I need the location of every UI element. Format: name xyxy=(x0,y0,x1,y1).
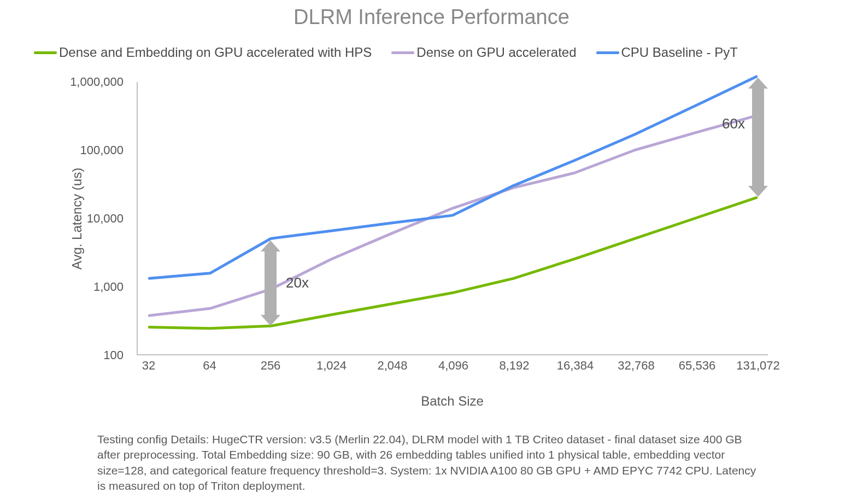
x-tick-label: 64 xyxy=(203,354,216,373)
legend-entry-dense-gpu: Dense on GPU accelerated xyxy=(391,45,576,60)
x-tick-label: 32,768 xyxy=(618,354,654,373)
legend-swatch xyxy=(34,51,57,54)
legend: Dense and Embedding on GPU accelerated w… xyxy=(34,45,750,60)
y-tick-label: 100,000 xyxy=(80,143,138,157)
x-tick-label: 65,536 xyxy=(679,354,715,373)
speedup-arrow xyxy=(265,250,277,316)
chart-title: DLRM Inference Performance xyxy=(0,5,863,29)
speedup-label: 60x xyxy=(722,115,745,132)
x-tick-label: 131,072 xyxy=(736,354,780,373)
x-tick-label: 1,024 xyxy=(316,354,347,373)
x-axis-title: Batch Size xyxy=(137,394,768,409)
legend-entry-cpu: CPU Baseline - PyT xyxy=(596,45,738,60)
speedup-label: 20x xyxy=(286,274,309,291)
legend-label: CPU Baseline - PyT xyxy=(621,45,738,60)
y-tick-label: 1,000,000 xyxy=(70,75,138,89)
series-line xyxy=(149,198,756,329)
chart-container: DLRM Inference Performance Dense and Emb… xyxy=(0,0,863,504)
y-tick-label: 10,000 xyxy=(87,212,138,226)
y-tick-label: 1,000 xyxy=(93,280,138,294)
x-tick-label: 4,096 xyxy=(438,354,468,373)
plot-area: 1001,00010,000100,0001,000,00032642561,0… xyxy=(137,82,768,355)
x-tick-label: 256 xyxy=(261,354,281,373)
line-paths xyxy=(138,82,768,354)
legend-swatch xyxy=(391,51,414,54)
x-tick-label: 16,384 xyxy=(557,354,594,373)
legend-swatch xyxy=(596,51,619,54)
legend-label: Dense on GPU accelerated xyxy=(416,45,576,60)
x-tick-label: 8,192 xyxy=(499,354,529,373)
x-tick-label: 2,048 xyxy=(377,354,407,373)
series-line xyxy=(149,77,756,278)
speedup-arrow xyxy=(752,87,764,187)
legend-label: Dense and Embedding on GPU accelerated w… xyxy=(59,45,372,60)
footnote: Testing config Details: HugeCTR version:… xyxy=(97,432,764,494)
legend-entry-hps: Dense and Embedding on GPU accelerated w… xyxy=(34,45,372,60)
y-tick-label: 100 xyxy=(103,348,138,362)
x-tick-label: 32 xyxy=(142,354,155,373)
